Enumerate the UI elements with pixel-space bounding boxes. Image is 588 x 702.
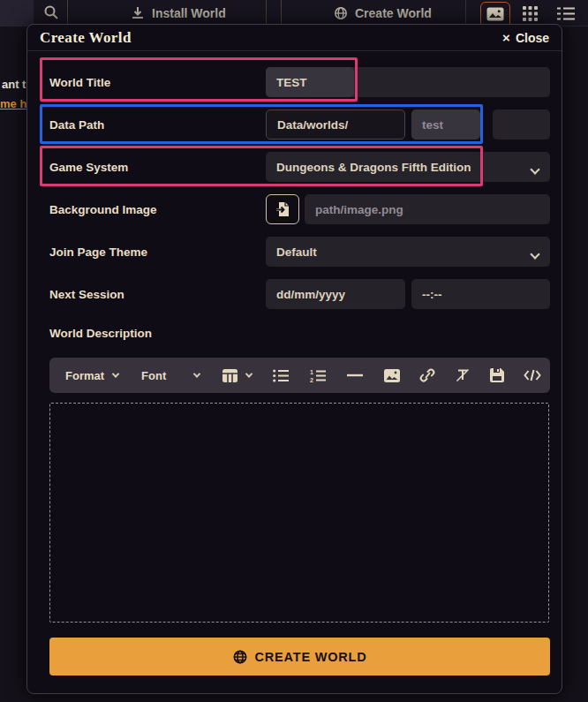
- world-title-row: TEST: [266, 67, 550, 97]
- next-session-date-input[interactable]: dd/mm/yyyy: [266, 279, 405, 309]
- font-label: Font: [141, 369, 166, 382]
- insert-table-button[interactable]: [222, 369, 252, 382]
- chevron-down-icon: [531, 162, 539, 176]
- topbar-divider: [67, 0, 68, 26]
- globe-icon: [233, 650, 247, 664]
- background-text-fragment: ant t: [2, 78, 26, 91]
- svg-text:1: 1: [310, 369, 313, 375]
- rich-text-editor-toolbar: Format Font 12: [49, 358, 550, 393]
- create-world-tab-button[interactable]: Create World: [334, 0, 432, 26]
- table-icon: [222, 369, 237, 382]
- globe-icon: [334, 6, 348, 20]
- topbar-divider: [281, 0, 282, 26]
- grid-view-icon[interactable]: [523, 6, 538, 21]
- file-import-icon: [275, 201, 290, 217]
- svg-text:2: 2: [310, 377, 313, 382]
- data-path-value: test: [411, 118, 454, 132]
- search-field-fragment[interactable]: [0, 0, 34, 26]
- code-view-button[interactable]: [524, 369, 541, 381]
- close-label: Close: [516, 31, 549, 45]
- data-path-label: Data Path: [49, 109, 104, 140]
- install-world-button[interactable]: Install World: [131, 0, 226, 26]
- background-link-fragment[interactable]: me h: [0, 97, 26, 110]
- save-icon[interactable]: [490, 368, 504, 382]
- create-world-dialog: Create World × Close World Title TEST Da…: [26, 24, 562, 694]
- file-picker-button[interactable]: [266, 194, 299, 224]
- clear-format-button[interactable]: [455, 368, 471, 382]
- font-dropdown[interactable]: Font: [141, 369, 200, 382]
- dialog-title: Create World: [40, 29, 132, 47]
- insert-link-button[interactable]: [419, 368, 435, 382]
- format-dropdown[interactable]: Format: [65, 369, 118, 382]
- create-world-submit-button[interactable]: CREATE WORLD: [49, 638, 550, 676]
- dialog-header: Create World × Close: [27, 25, 562, 51]
- date-placeholder: dd/mm/yyyy: [266, 288, 356, 301]
- topbar-divider: [266, 0, 267, 26]
- data-path-input[interactable]: test: [411, 109, 480, 140]
- bullet-list-button[interactable]: [273, 369, 289, 382]
- chevron-down-icon: [193, 370, 200, 377]
- chevron-down-icon: [112, 370, 119, 377]
- create-world-submit-label: CREATE WORLD: [255, 650, 367, 664]
- join-page-theme-select[interactable]: Default: [266, 237, 550, 267]
- numbered-list-button[interactable]: 12: [310, 369, 326, 382]
- chevron-down-icon: [245, 370, 253, 377]
- data-path-input-remainder[interactable]: [493, 109, 550, 140]
- insert-image-button[interactable]: [384, 369, 400, 382]
- world-title-value: TEST: [266, 76, 318, 89]
- search-icon[interactable]: [43, 4, 59, 20]
- data-path-prefix: Data/worlds/: [266, 109, 405, 140]
- close-button[interactable]: × Close: [502, 31, 549, 45]
- background-image-label: Background Image: [49, 194, 157, 224]
- format-label: Format: [65, 369, 104, 382]
- world-title-label: World Title: [49, 67, 110, 97]
- chevron-down-icon: [531, 247, 539, 260]
- install-world-label: Install World: [152, 6, 226, 20]
- time-placeholder: --:--: [411, 288, 452, 301]
- gallery-view-toggle[interactable]: [480, 2, 510, 26]
- game-system-label: Game System: [49, 152, 128, 182]
- next-session-label: Next Session: [49, 279, 124, 309]
- world-title-input[interactable]: TEST: [266, 67, 354, 97]
- join-page-theme-label: Join Page Theme: [49, 237, 147, 267]
- world-description-label: World Description: [49, 323, 152, 343]
- game-system-select[interactable]: Dungeons & Dragons Fifth Edition: [266, 152, 550, 182]
- create-world-tab-label: Create World: [355, 6, 432, 20]
- download-icon: [131, 6, 145, 20]
- join-page-theme-selected-value: Default: [266, 245, 328, 259]
- close-icon: ×: [502, 31, 510, 44]
- app-top-bar: Install World Create World: [0, 0, 588, 26]
- data-path-prefix-value: Data/worlds/: [267, 118, 358, 132]
- background-image-input[interactable]: [305, 194, 550, 224]
- next-session-time-input[interactable]: --:--: [411, 279, 550, 309]
- horizontal-rule-button[interactable]: [347, 374, 363, 377]
- world-description-editor[interactable]: [49, 403, 549, 623]
- topbar-divider: [465, 0, 466, 26]
- image-icon: [486, 7, 504, 21]
- list-view-icon[interactable]: [557, 6, 575, 21]
- game-system-selected-value: Dungeons & Dragons Fifth Edition: [266, 161, 481, 174]
